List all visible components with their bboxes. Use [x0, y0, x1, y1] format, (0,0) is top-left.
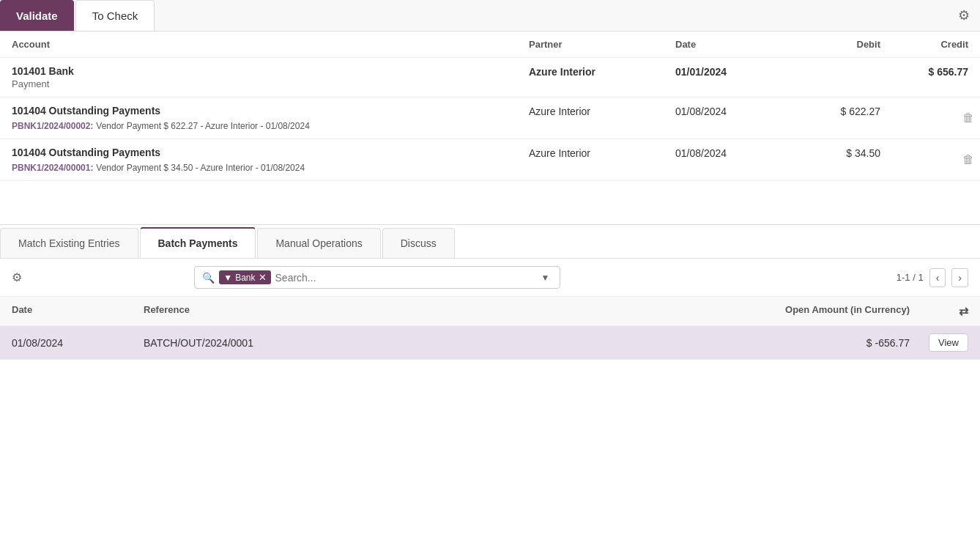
- delete-icon[interactable]: 🗑: [962, 153, 974, 166]
- col-date-header: Date: [12, 304, 144, 318]
- table-row: 101401 Bank Payment Azure Interior 01/01…: [0, 58, 980, 97]
- table-row: 101404 Outstanding Payments PBNK1/2024/0…: [0, 139, 980, 181]
- account-name: 101404 Outstanding Payments: [12, 147, 529, 158]
- batch-open-amount: $ -656.77: [763, 337, 910, 349]
- row-credit: [880, 147, 968, 147]
- col-settings-header: ⇄: [910, 304, 968, 318]
- row-partner: Azure Interior: [529, 147, 675, 159]
- row-link[interactable]: PBNK1/2024/00002:: [12, 121, 93, 131]
- row-description: Vendor Payment $ 34.50 - Azure Interior …: [96, 163, 305, 173]
- tab-batch-payments[interactable]: Batch Payments: [140, 227, 256, 258]
- top-tabs-bar: Validate To Check ⚙: [0, 0, 980, 32]
- row-link[interactable]: PBNK1/2024/00001:: [12, 163, 93, 173]
- account-name: 101404 Outstanding Payments: [12, 105, 529, 117]
- row-partner: Azure Interior: [529, 65, 675, 78]
- search-input[interactable]: [275, 272, 534, 284]
- row-debit: [792, 65, 880, 66]
- pagination-next-button[interactable]: ›: [951, 268, 968, 287]
- col-credit: Credit: [880, 39, 968, 50]
- account-name: 101401 Bank: [12, 65, 529, 77]
- row-date: 01/08/2024: [675, 105, 792, 117]
- row-partner: Azure Interior: [529, 105, 675, 117]
- col-partner: Partner: [529, 39, 675, 50]
- batch-actions: View: [910, 333, 968, 352]
- col-open-amount-header: Open Amount (in Currency): [763, 304, 910, 318]
- filter-label: Bank: [235, 273, 255, 283]
- row-account-col: 101404 Outstanding Payments PBNK1/2024/0…: [12, 105, 529, 131]
- row-account-col: 101401 Bank Payment: [12, 65, 529, 89]
- spacer: [0, 181, 980, 225]
- search-box: 🔍 ▼ Bank ✕ ▼: [194, 266, 560, 289]
- tab-manual-operations[interactable]: Manual Operations: [257, 228, 380, 258]
- table-row: 101404 Outstanding Payments PBNK1/2024/0…: [0, 97, 980, 139]
- tab-discuss[interactable]: Discuss: [382, 228, 455, 258]
- pagination-info: 1-1 / 1: [897, 272, 924, 283]
- bottom-tabs-bar: Match Existing Entries Batch Payments Ma…: [0, 225, 980, 259]
- account-sub: Payment: [12, 78, 529, 89]
- row-account-col: 101404 Outstanding Payments PBNK1/2024/0…: [12, 147, 529, 173]
- row-description: Vendor Payment $ 622.27 - Azure Interior…: [96, 121, 310, 131]
- settings-icon-small[interactable]: ⚙: [12, 270, 22, 284]
- batch-date: 01/08/2024: [12, 337, 144, 349]
- data-table-header: Date Reference Open Amount (in Currency)…: [0, 297, 980, 326]
- batch-reference: BATCH/OUT/2024/0001: [144, 337, 763, 349]
- col-date: Date: [675, 39, 792, 50]
- row-credit: $ 656.77: [880, 65, 968, 78]
- col-account: Account: [12, 39, 529, 50]
- data-table-row: 01/08/2024 BATCH/OUT/2024/0001 $ -656.77…: [0, 326, 980, 360]
- row-debit: $ 622.27: [792, 105, 880, 117]
- row-date: 01/01/2024: [675, 65, 792, 78]
- filter-funnel-icon: ▼: [223, 273, 232, 283]
- to-check-tab[interactable]: To Check: [75, 0, 155, 31]
- row-debit: $ 34.50: [792, 147, 880, 159]
- settings-icon-top[interactable]: ⚙: [948, 0, 980, 31]
- view-button[interactable]: View: [929, 333, 968, 352]
- table-column-headers: Account Partner Date Debit Credit: [0, 32, 980, 58]
- col-debit: Debit: [792, 39, 880, 50]
- search-bar-section: ⚙ 🔍 ▼ Bank ✕ ▼ 1-1 / 1 ‹ ›: [0, 259, 980, 297]
- pagination: 1-1 / 1 ‹ ›: [897, 268, 968, 287]
- tab-match-existing-entries[interactable]: Match Existing Entries: [0, 228, 138, 258]
- adjust-columns-icon[interactable]: ⇄: [959, 304, 968, 318]
- pagination-prev-button[interactable]: ‹: [929, 268, 946, 287]
- filter-remove-icon[interactable]: ✕: [259, 272, 267, 283]
- filter-badge: ▼ Bank ✕: [219, 270, 270, 284]
- row-date: 01/08/2024: [675, 147, 792, 159]
- delete-icon[interactable]: 🗑: [962, 111, 974, 125]
- search-icon: 🔍: [202, 272, 215, 284]
- row-credit: [880, 105, 968, 106]
- search-dropdown-button[interactable]: ▼: [538, 273, 552, 283]
- col-reference-header: Reference: [144, 304, 763, 318]
- validate-button[interactable]: Validate: [0, 0, 74, 31]
